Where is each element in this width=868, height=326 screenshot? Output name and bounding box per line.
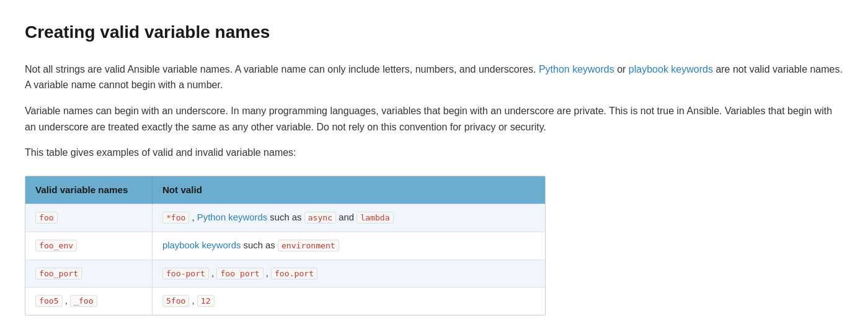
- code-foo-port-valid: foo_port: [35, 268, 82, 279]
- sep3: ,: [266, 268, 271, 278]
- p2-text: Variable names can begin with an undersc…: [25, 106, 832, 132]
- python-keywords-link[interactable]: Python keywords: [539, 64, 614, 75]
- code-foo5: foo5: [35, 295, 63, 307]
- code-5foo: 5foo: [162, 295, 190, 307]
- code-12: 12: [197, 295, 215, 307]
- page-title: Creating valid variable names: [25, 19, 843, 47]
- sep1: ,: [192, 212, 197, 222]
- table-header-row: Valid variable names Not valid: [25, 176, 545, 204]
- code-foo-dash-port: foo-port: [162, 268, 209, 279]
- valid-cell-3: foo_port: [25, 260, 152, 288]
- code-async: async: [304, 212, 336, 224]
- valid-cell-2: foo_env: [25, 232, 152, 260]
- table-row: foo5 , _foo 5foo , 12: [25, 288, 545, 315]
- variable-names-table: Valid variable names Not valid foo *foo …: [25, 176, 545, 315]
- sep5: ,: [192, 296, 197, 306]
- code-underscore-foo: _foo: [70, 295, 97, 307]
- code-star-foo: *foo: [162, 212, 190, 224]
- paragraph-1: Not all strings are valid Ansible variab…: [25, 61, 843, 93]
- invalid-cell-3: foo-port , foo port , foo.port: [152, 260, 545, 288]
- invalid-cell-2: playbook keywords such as environment: [152, 232, 545, 260]
- variable-names-table-container: Valid variable names Not valid foo *foo …: [25, 176, 546, 316]
- p1-text-between: or: [614, 64, 629, 75]
- code-foo-dot-port: foo.port: [271, 268, 317, 279]
- such-as-2: such as: [244, 240, 278, 250]
- valid-cell-4: foo5 , _foo: [25, 288, 152, 315]
- invalid-cell-1: *foo , Python keywords such as async and…: [152, 204, 545, 232]
- code-foo: foo: [35, 212, 58, 224]
- code-environment: environment: [278, 240, 339, 251]
- header-invalid: Not valid: [152, 176, 545, 204]
- paragraph-3: This table gives examples of valid and i…: [25, 145, 843, 161]
- and-text: and: [339, 212, 356, 222]
- code-lambda: lambda: [356, 212, 393, 224]
- table-row: foo_env playbook keywords such as enviro…: [25, 232, 545, 260]
- code-foo-space-port: foo port: [216, 268, 263, 279]
- header-valid: Valid variable names: [25, 176, 152, 204]
- table-row: foo_port foo-port , foo port , foo.port: [25, 260, 545, 288]
- table-row: foo *foo , Python keywords such as async…: [25, 204, 545, 232]
- p3-text: This table gives examples of valid and i…: [25, 147, 296, 158]
- python-keywords-link-table[interactable]: Python keywords: [197, 212, 267, 222]
- p1-text-before: Not all strings are valid Ansible variab…: [25, 64, 539, 75]
- invalid-cell-4: 5foo , 12: [152, 288, 545, 315]
- playbook-keywords-link-table[interactable]: playbook keywords: [162, 240, 241, 250]
- sep4: ,: [65, 296, 70, 306]
- code-foo-env: foo_env: [35, 240, 77, 251]
- playbook-keywords-link-p1[interactable]: playbook keywords: [629, 64, 713, 75]
- paragraph-2: Variable names can begin with an undersc…: [25, 103, 843, 135]
- valid-cell-1: foo: [25, 204, 152, 232]
- such-as-1: such as: [270, 212, 304, 222]
